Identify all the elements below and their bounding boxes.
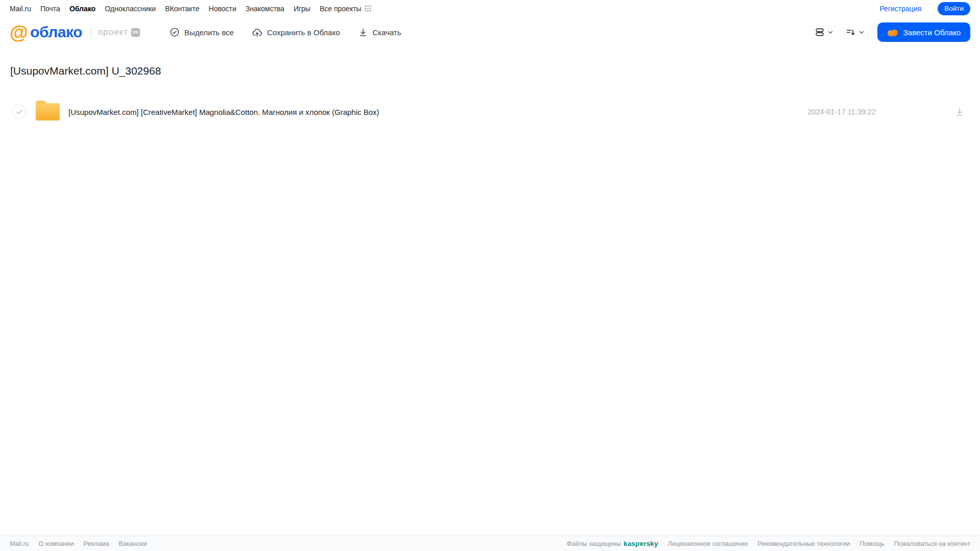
topnav-link-znakomstva[interactable]: Знакомства	[246, 5, 284, 13]
row-download-icon[interactable]	[953, 106, 966, 117]
save-to-cloud-label: Сохранить в Облако	[267, 28, 340, 37]
footer-link-help[interactable]: Помощь	[859, 540, 884, 547]
create-cloud-button[interactable]: Завести Облако	[877, 22, 970, 42]
select-all-button[interactable]: Выделить все	[170, 27, 234, 37]
save-to-cloud-button[interactable]: Сохранить в Облако	[252, 27, 340, 38]
file-modified-date: 2024-01-17 11:39:22	[807, 108, 876, 116]
vk-logo-icon: VK	[131, 28, 140, 37]
file-actions: Выделить все Сохранить в Облако Скачать	[170, 27, 401, 38]
file-row[interactable]: [UsupovMarket.com] [CreativeMarket] Magn…	[0, 98, 980, 126]
register-link[interactable]: Регистрация	[879, 5, 921, 13]
topnav-link-novosti[interactable]: Новости	[209, 5, 236, 13]
file-name[interactable]: [UsupovMarket.com] [CreativeMarket] Magn…	[68, 108, 379, 116]
topnav-link-odnoklassniki[interactable]: Одноклассники	[105, 5, 156, 13]
row-checkbox[interactable]	[12, 105, 27, 119]
download-button[interactable]: Скачать	[358, 27, 401, 37]
footer-link-report-content[interactable]: Пожаловаться на контент	[894, 540, 970, 547]
chevron-down-icon	[827, 29, 834, 36]
project-label: проект	[98, 27, 128, 37]
kaspersky-protection: Файлы защищены kaspersky	[567, 540, 658, 547]
footer-link-recommendation-tech[interactable]: Рекомендательные технологии	[757, 540, 850, 547]
view-mode-dropdown[interactable]	[814, 27, 834, 38]
topnav-link-igry[interactable]: Игры	[294, 5, 310, 13]
footer-link-license[interactable]: Лицензионное соглашение	[668, 540, 748, 547]
mailru-at-icon: @	[10, 23, 28, 42]
top-nav: Mail.ru Почта Облако Одноклассники ВКонт…	[0, 0, 980, 17]
sort-dropdown[interactable]	[845, 27, 865, 38]
footer-link-ads[interactable]: Реклама	[83, 540, 109, 547]
footer-link-mailru[interactable]: Mail.ru	[10, 540, 29, 547]
list-view-icon	[814, 27, 825, 38]
create-cloud-label: Завести Облако	[903, 28, 961, 37]
topnav-link-oblako[interactable]: Облако	[69, 5, 95, 13]
footer-left-links: Mail.ru О компании Реклама Вакансии	[10, 540, 147, 547]
topnav-link-vkontakte[interactable]: ВКонтакте	[165, 5, 199, 13]
footer: Mail.ru О компании Реклама Вакансии Файл…	[0, 536, 980, 551]
cloud-logo[interactable]: @ облако	[10, 23, 82, 42]
check-circle-icon	[170, 27, 180, 37]
topnav-link-vse-proekty[interactable]: Все проекты	[320, 5, 362, 13]
logo-text: облако	[30, 25, 82, 40]
download-label: Скачать	[373, 28, 401, 37]
cloud-upload-icon	[252, 27, 262, 38]
toolbar: @ облако проект VK Выделить все Сохранит…	[0, 17, 980, 47]
project-vk-tag: проект VK	[98, 27, 140, 37]
footer-link-about[interactable]: О компании	[39, 540, 74, 547]
topnav-link-pochta[interactable]: Почта	[40, 5, 60, 13]
kaspersky-logo[interactable]: kaspersky	[624, 540, 658, 547]
topnav-link-mailru[interactable]: Mail.ru	[10, 5, 31, 13]
login-button[interactable]: Войти	[938, 2, 970, 15]
orange-cloud-icon	[887, 28, 898, 37]
protected-label: Файлы защищены	[567, 540, 621, 547]
footer-right-links: Файлы защищены kaspersky Лицензионное со…	[567, 540, 970, 547]
logo-divider	[91, 27, 91, 38]
topnav-all-projects[interactable]: Все проекты	[320, 5, 371, 13]
folder-icon	[36, 103, 60, 121]
download-icon	[358, 27, 368, 37]
sort-icon	[845, 27, 856, 38]
select-all-label: Выделить все	[184, 28, 234, 37]
apps-grid-icon[interactable]	[365, 5, 371, 12]
footer-link-jobs[interactable]: Вакансии	[119, 540, 147, 547]
chevron-down-icon	[858, 29, 865, 36]
view-controls: Завести Облако	[814, 22, 970, 42]
page-title: [UsupovMarket.com] U_302968	[10, 65, 980, 77]
